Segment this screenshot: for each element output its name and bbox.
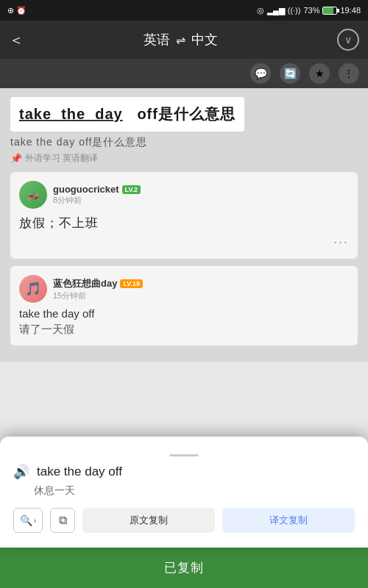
answer-chinese-2: 请了一天假 — [19, 323, 349, 337]
username-2: 蓝色狂想曲day LV.19 — [53, 277, 349, 290]
avatar-icon-1: 🦗 — [25, 187, 41, 203]
original-copy-button[interactable]: 原文复制 — [82, 508, 215, 533]
star-icon: ★ — [315, 68, 325, 79]
status-icons: ⊕ ⏰ — [7, 6, 26, 15]
copied-label: 已复制 — [164, 559, 204, 576]
answer-english-2: take the day off — [19, 307, 349, 320]
copy-icon: ⧉ — [59, 514, 67, 527]
dropdown-button[interactable]: ∨ — [337, 29, 359, 51]
user-info-2: 蓝色狂想曲day LV.19 15分钟前 — [53, 277, 349, 301]
popup-phrase: take the day off — [37, 465, 122, 479]
status-bar: ⊕ ⏰ ◎ ▂▄▆ ((·)) 73% 19:48 — [0, 0, 368, 21]
question-header: take the day off是什么意思 — [10, 97, 244, 132]
answer-card-2: 🎵 蓝色狂想曲day LV.19 15分钟前 take the day off … — [10, 266, 358, 345]
popup-phrase-row: 🔊 take the day off — [13, 464, 355, 480]
search-icon: 🔍 — [20, 514, 32, 526]
answer-header-1: 🦗 guoguocricket LV.2 8分钟前 — [19, 181, 349, 209]
time-ago-2: 15分钟前 — [53, 290, 349, 301]
chevron-down-icon: ∨ — [344, 34, 352, 46]
title-from: 英语 — [144, 31, 170, 49]
signal-bars: ▂▄▆ — [267, 6, 285, 15]
more-dots-icon: ⋮ — [344, 68, 354, 79]
main-content: take the day off是什么意思 take the day off是什… — [0, 88, 368, 362]
location-icon: ◎ — [257, 6, 264, 15]
wifi-icon: ((·)) — [288, 6, 301, 15]
tag-text: 外语学习 英语翻译 — [25, 152, 98, 165]
nav-bar: ＜ 英语 ⇌ 中文 ∨ — [0, 21, 368, 59]
icons-row: 💬 🔄 ★ ⋮ — [0, 59, 368, 88]
search-button[interactable]: 🔍 › — [13, 508, 43, 533]
translate-arrow: ⇌ — [176, 33, 185, 47]
avatar-2: 🎵 — [19, 275, 47, 303]
time-display: 19:48 — [340, 6, 361, 15]
chat-icon-button[interactable]: 💬 — [250, 63, 271, 84]
pin-icon: 📌 — [10, 153, 22, 164]
refresh-icon-button[interactable]: 🔄 — [280, 63, 300, 84]
popup-translation: 休息一天 — [34, 484, 355, 498]
title-to: 中文 — [191, 31, 218, 49]
popup-actions: 🔍 › ⧉ 原文复制 译文复制 — [13, 508, 355, 533]
sound-icon[interactable]: 🔊 — [13, 464, 29, 480]
bottom-bar: 已复制 — [0, 548, 368, 588]
translated-copy-button[interactable]: 译文复制 — [222, 508, 355, 533]
question-subtitle: take the day off是什么意思 — [10, 136, 358, 149]
battery-text: 73% — [303, 6, 319, 15]
time-ago-1: 8分钟前 — [53, 195, 349, 206]
status-right: ◎ ▂▄▆ ((·)) 73% 19:48 — [257, 6, 361, 15]
nav-title: 英语 ⇌ 中文 — [144, 31, 218, 49]
back-button[interactable]: ＜ — [9, 30, 24, 50]
more-button-1[interactable]: ··· — [19, 232, 349, 250]
answer-text-1: 放假；不上班 — [19, 215, 349, 232]
refresh-icon: 🔄 — [284, 68, 297, 79]
user-info-1: guoguocricket LV.2 8分钟前 — [53, 184, 349, 206]
chat-icon: 💬 — [255, 68, 267, 79]
star-icon-button[interactable]: ★ — [309, 63, 330, 84]
avatar-1: 🦗 — [19, 181, 47, 209]
question-underlined: take the day — [19, 106, 123, 122]
question-tag: 📌 外语学习 英语翻译 — [10, 152, 358, 165]
question-title: take the day off是什么意思 — [19, 104, 236, 124]
more-icon-button[interactable]: ⋮ — [339, 63, 359, 84]
answer-header-2: 🎵 蓝色狂想曲day LV.19 15分钟前 — [19, 275, 349, 303]
popup-panel: 🔊 take the day off 休息一天 🔍 › ⧉ 原文复制 译文复制 — [0, 437, 368, 548]
question-rest: off是什么意思 — [127, 106, 236, 122]
avatar-icon-2: 🎵 — [25, 281, 41, 297]
battery-icon — [322, 7, 337, 15]
copy-button[interactable]: ⧉ — [50, 508, 75, 533]
level-badge-1: LV.2 — [122, 185, 141, 194]
status-left: ⊕ ⏰ — [7, 6, 26, 15]
username-1: guoguocricket LV.2 — [53, 184, 349, 195]
answer-card-1: 🦗 guoguocricket LV.2 8分钟前 放假；不上班 ··· — [10, 172, 358, 259]
chevron-right-icon: › — [34, 517, 36, 525]
level-badge-2: LV.19 — [120, 279, 143, 288]
